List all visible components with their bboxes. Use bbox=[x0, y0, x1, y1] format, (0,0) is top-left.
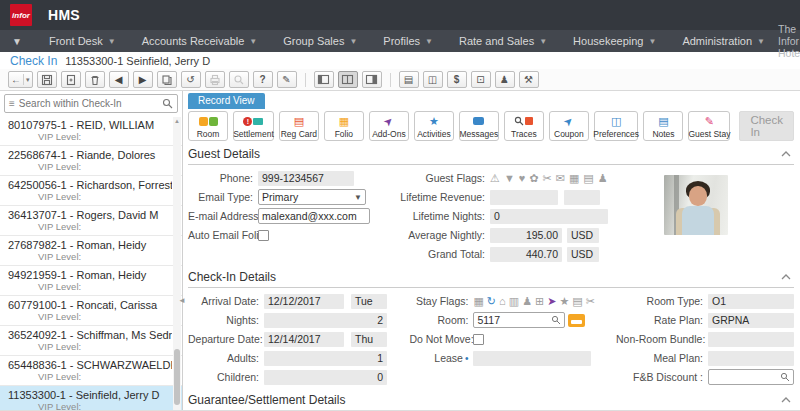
scroll-up-icon[interactable]: ▲ bbox=[174, 118, 180, 124]
list-menu-icon[interactable]: ≡ bbox=[9, 98, 15, 109]
fb-discount-input[interactable] bbox=[712, 371, 780, 383]
grid-icon[interactable]: ⊞ bbox=[535, 295, 544, 308]
preferences-button[interactable]: ◫ Preferences bbox=[594, 111, 639, 141]
next-record-button[interactable]: ▶ bbox=[133, 71, 153, 88]
nights-label: Nights: bbox=[188, 314, 264, 326]
split-pane-button[interactable] bbox=[338, 71, 358, 88]
duplicate-button[interactable] bbox=[157, 71, 177, 88]
room-lookup-icon[interactable] bbox=[551, 315, 561, 325]
comment-icon[interactable]: ✉ bbox=[556, 172, 565, 185]
end-of-day-button[interactable]: ⊡ bbox=[471, 71, 491, 88]
vip-icon[interactable]: ▼ bbox=[504, 172, 515, 184]
list-item-guest[interactable]: 36413707-1 - Rogers, David MVIP Level: bbox=[0, 206, 182, 236]
help-button[interactable]: ? bbox=[253, 71, 273, 88]
nav-menu-caret-icon[interactable]: ▼ bbox=[0, 36, 36, 47]
room-plan-icon[interactable] bbox=[568, 314, 585, 327]
traces-button[interactable]: Traces bbox=[504, 111, 544, 141]
forward-icon[interactable]: ➤ bbox=[547, 295, 556, 308]
email-type-select[interactable]: Primary▼ bbox=[258, 189, 366, 205]
add-ons-button[interactable]: ➤ Add-Ons bbox=[369, 111, 409, 141]
guarantee-details-header: Guarantee/Settlement Details bbox=[188, 391, 794, 411]
copy-icon[interactable]: ▥ bbox=[509, 295, 519, 308]
heart-icon[interactable]: ♥ bbox=[519, 172, 526, 184]
auto-email-checkbox[interactable] bbox=[258, 230, 269, 241]
check-in-button[interactable]: Check In bbox=[739, 111, 794, 141]
list-item-guest[interactable]: 11353300-1 - Seinfield, Jerry DVIP Level… bbox=[0, 386, 182, 411]
undo-button[interactable]: ↺ bbox=[181, 71, 201, 88]
share-guest-icon[interactable]: ↻ bbox=[487, 295, 496, 308]
luggage-icon[interactable]: ▦ bbox=[473, 295, 483, 308]
breadcrumb-page-link[interactable]: Check In bbox=[10, 54, 57, 68]
search-input[interactable] bbox=[19, 98, 158, 109]
menu-housekeeping[interactable]: Housekeeping▼ bbox=[560, 35, 669, 47]
grand-total-label: Grand Total: bbox=[400, 248, 490, 260]
gift-icon[interactable]: ✿ bbox=[529, 172, 538, 185]
scissors-icon[interactable]: ✂ bbox=[543, 172, 552, 185]
calendar-icon[interactable]: ▦ bbox=[569, 172, 579, 185]
print-button[interactable] bbox=[205, 71, 225, 88]
add-person-icon[interactable]: ♟ bbox=[522, 295, 532, 308]
sidebar-scrollbar[interactable]: ▲ bbox=[173, 117, 181, 411]
save-button[interactable] bbox=[37, 71, 57, 88]
building-icon[interactable]: ⌂ bbox=[499, 295, 506, 307]
report-icon[interactable]: ▤ bbox=[572, 295, 582, 308]
cut-icon[interactable]: ✂ bbox=[586, 295, 595, 308]
guest-services-button[interactable]: ♟ bbox=[495, 71, 515, 88]
menu-profiles[interactable]: Profiles▼ bbox=[370, 35, 446, 47]
star-icon[interactable]: ★ bbox=[559, 295, 569, 308]
room-rack-button[interactable]: ◫ bbox=[423, 71, 443, 88]
preview-icon bbox=[233, 74, 245, 86]
back-button[interactable]: ← ▾ bbox=[8, 71, 33, 88]
collapse-chevron-icon[interactable] bbox=[780, 150, 792, 158]
list-item-guest[interactable]: 36524092-1 - Schiffman, Ms Sedra GVIP Le… bbox=[0, 326, 182, 356]
list-item-guest[interactable]: 60779100-1 - Roncati, CarissaVIP Level: bbox=[0, 296, 182, 326]
list-item-guest[interactable]: 94921959-1 - Roman, HeidyVIP Level: bbox=[0, 266, 182, 296]
cashier-button[interactable]: $ bbox=[447, 71, 467, 88]
scrollbar-thumb[interactable] bbox=[174, 349, 180, 405]
non-room-bundle-field bbox=[708, 332, 794, 347]
room-input[interactable] bbox=[477, 314, 551, 326]
previous-record-button[interactable]: ◀ bbox=[109, 71, 129, 88]
coupon-button[interactable]: ➤ Coupon bbox=[549, 111, 589, 141]
list-item-guest[interactable]: 64250056-1 - Richardson, ForrestVIP Leve… bbox=[0, 176, 182, 206]
menu-front-desk[interactable]: Front Desk▼ bbox=[36, 35, 129, 47]
search-icon[interactable] bbox=[162, 98, 173, 109]
room-button[interactable]: Room bbox=[188, 111, 228, 141]
menu-group-sales[interactable]: Group Sales▼ bbox=[270, 35, 370, 47]
menu-accounts-receivable[interactable]: Accounts Receivable▼ bbox=[129, 35, 271, 47]
menu-rate-and-sales[interactable]: Rate and Sales▼ bbox=[446, 35, 560, 47]
list-item-guest[interactable]: 22568674-1 - Riande, DoloresVIP Level: bbox=[0, 146, 182, 176]
tab-record-view[interactable]: Record View bbox=[188, 93, 265, 109]
folio-button[interactable]: ▦ Folio bbox=[324, 111, 364, 141]
messages-button[interactable]: Messages bbox=[459, 111, 499, 141]
property-status-button[interactable]: ▤ bbox=[399, 71, 419, 88]
notes-button[interactable]: ▤ Notes bbox=[643, 111, 683, 141]
document-icon[interactable]: ▤ bbox=[583, 172, 593, 185]
do-not-move-checkbox[interactable] bbox=[473, 334, 484, 345]
list-item-guest[interactable]: 27687982-1 - Roman, HeidyVIP Level: bbox=[0, 236, 182, 266]
edit-button[interactable]: ✎ bbox=[277, 71, 297, 88]
back-icon: ← bbox=[11, 74, 21, 85]
guest-stay-button[interactable]: ✎ Guest Stay bbox=[688, 111, 730, 141]
list-item-guest[interactable]: 80107975-1 - REID, WILLIAMVIP Level: bbox=[0, 116, 182, 146]
menu-administration[interactable]: Administration▼ bbox=[669, 35, 778, 47]
fb-discount-lookup-icon[interactable] bbox=[780, 372, 790, 382]
collapse-chevron-icon[interactable] bbox=[780, 396, 792, 404]
new-record-button[interactable] bbox=[61, 71, 81, 88]
panel-splitter-handle[interactable]: ◄ bbox=[178, 296, 186, 305]
collapse-chevron-icon[interactable] bbox=[780, 273, 792, 281]
warning-icon[interactable]: ⚠ bbox=[490, 172, 500, 185]
collapse-right-pane-button[interactable] bbox=[362, 71, 382, 88]
list-item-guest[interactable]: 65448836-1 - SCHWARZWAELDER, ...VIP Leve… bbox=[0, 356, 182, 386]
guest-vip-level: VIP Level: bbox=[8, 131, 172, 142]
person-pin-icon[interactable]: ♟ bbox=[598, 172, 608, 185]
delete-button[interactable] bbox=[85, 71, 105, 88]
reg-card-button[interactable]: ▤ Reg Card bbox=[279, 111, 319, 141]
email-input[interactable] bbox=[262, 210, 366, 222]
preview-button[interactable] bbox=[229, 71, 249, 88]
quick-keys-button[interactable]: ⚒ bbox=[519, 71, 539, 88]
activities-button[interactable]: ★ Activities bbox=[414, 111, 454, 141]
settlement-button[interactable]: ! Settlement bbox=[233, 111, 274, 141]
collapse-left-pane-button[interactable] bbox=[314, 71, 334, 88]
guest-vip-level: VIP Level: bbox=[8, 371, 172, 382]
